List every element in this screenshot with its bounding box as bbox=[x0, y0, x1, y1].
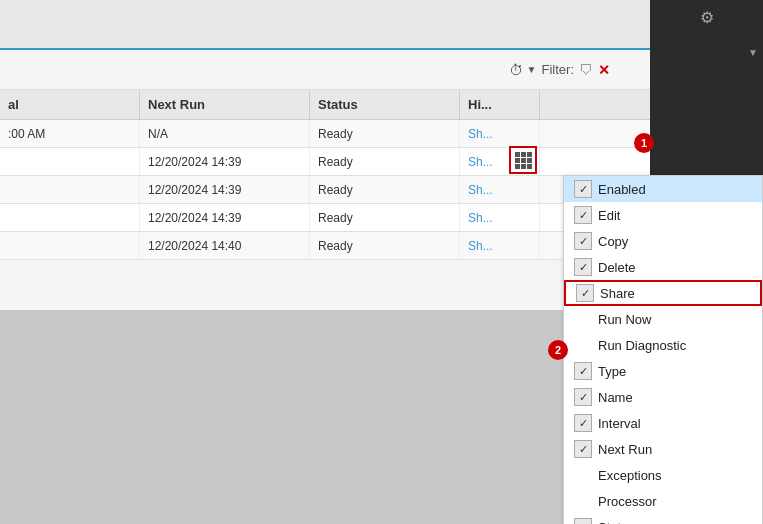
cell-next-4: 12/20/2024 14:40 bbox=[140, 232, 310, 259]
dropdown-arrow-icon: ▼ bbox=[748, 47, 758, 58]
cell-al-1 bbox=[0, 148, 140, 175]
gear-icon[interactable]: ⚙ bbox=[700, 8, 714, 27]
col-header-next-run: Next Run bbox=[140, 90, 310, 119]
cell-status-1: Ready bbox=[310, 148, 460, 175]
table-row: 12/20/2024 14:39 Ready Sh... bbox=[0, 204, 650, 232]
menu-label-type: Type bbox=[598, 364, 626, 379]
cell-next-3: 12/20/2024 14:39 bbox=[140, 204, 310, 231]
menu-check-status bbox=[574, 518, 592, 524]
table-row: :00 AM N/A Ready Sh... bbox=[0, 120, 650, 148]
cell-hist-3[interactable]: Sh... bbox=[460, 204, 540, 231]
menu-item-exceptions[interactable]: Exceptions bbox=[564, 462, 762, 488]
table-header: al Next Run Status Hi... bbox=[0, 90, 650, 120]
menu-label-next-run: Next Run bbox=[598, 442, 652, 457]
menu-item-run-diagnostic[interactable]: Run Diagnostic bbox=[564, 332, 762, 358]
menu-check-next-run bbox=[574, 440, 592, 458]
menu-item-type[interactable]: Type bbox=[564, 358, 762, 384]
cell-hist-0[interactable]: Sh... bbox=[460, 120, 540, 147]
col-header-history: Hi... bbox=[460, 90, 540, 119]
sidebar-dropdown[interactable]: ▼ bbox=[650, 47, 763, 58]
cell-hist-4[interactable]: Sh... bbox=[460, 232, 540, 259]
cell-status-0: Ready bbox=[310, 120, 460, 147]
menu-item-share[interactable]: Share bbox=[564, 280, 762, 306]
menu-check-interval bbox=[574, 414, 592, 432]
menu-label-interval: Interval bbox=[598, 416, 641, 431]
menu-label-run-diagnostic: Run Diagnostic bbox=[598, 338, 686, 353]
col-header-al: al bbox=[0, 90, 140, 119]
grid-icon bbox=[515, 152, 532, 169]
table-row: 12/20/2024 14:39 Ready Sh... bbox=[0, 148, 650, 176]
top-bar bbox=[0, 0, 650, 50]
context-menu: Enabled Edit Copy Delete Share Run Now R… bbox=[563, 175, 763, 524]
menu-check-delete bbox=[574, 258, 592, 276]
menu-check-enabled bbox=[574, 180, 592, 198]
menu-item-delete[interactable]: Delete bbox=[564, 254, 762, 280]
menu-label-edit: Edit bbox=[598, 208, 620, 223]
table-row: 12/20/2024 14:39 Ready Sh... bbox=[0, 176, 650, 204]
main-area: ⏱ ▼ Filter: ⛉ ✕ al Next Run Status Hi...… bbox=[0, 0, 650, 524]
menu-label-copy: Copy bbox=[598, 234, 628, 249]
menu-item-name[interactable]: Name bbox=[564, 384, 762, 410]
menu-check-processor bbox=[574, 492, 592, 510]
menu-label-status: Status bbox=[598, 520, 635, 525]
column-chooser-button[interactable] bbox=[509, 146, 537, 174]
filter-clear-icon[interactable]: ✕ bbox=[598, 62, 610, 78]
cell-status-4: Ready bbox=[310, 232, 460, 259]
schedule-table: al Next Run Status Hi... :00 AM N/A Read… bbox=[0, 90, 650, 260]
menu-label-run-now: Run Now bbox=[598, 312, 651, 327]
menu-label-processor: Processor bbox=[598, 494, 657, 509]
menu-check-name bbox=[574, 388, 592, 406]
menu-label-delete: Delete bbox=[598, 260, 636, 275]
menu-label-share: Share bbox=[600, 286, 635, 301]
filter-icon2: ⛉ bbox=[579, 62, 593, 78]
cell-next-2: 12/20/2024 14:39 bbox=[140, 176, 310, 203]
menu-item-next-run[interactable]: Next Run bbox=[564, 436, 762, 462]
cell-hist-2[interactable]: Sh... bbox=[460, 176, 540, 203]
menu-check-run-diagnostic bbox=[574, 336, 592, 354]
badge-2: 2 bbox=[548, 340, 568, 360]
cell-status-2: Ready bbox=[310, 176, 460, 203]
col-header-status: Status bbox=[310, 90, 460, 119]
menu-check-copy bbox=[574, 232, 592, 250]
menu-check-exceptions bbox=[574, 466, 592, 484]
cell-status-3: Ready bbox=[310, 204, 460, 231]
filter-dropdown-arrow: ▼ bbox=[527, 64, 537, 75]
cell-al-2 bbox=[0, 176, 140, 203]
menu-check-run-now bbox=[574, 310, 592, 328]
cell-al-3 bbox=[0, 204, 140, 231]
filter-label: Filter: bbox=[542, 62, 575, 77]
menu-item-enabled[interactable]: Enabled bbox=[564, 176, 762, 202]
menu-check-share bbox=[576, 284, 594, 302]
filter-bar: ⏱ ▼ Filter: ⛉ ✕ bbox=[0, 50, 650, 90]
clock-icon: ⏱ bbox=[509, 62, 523, 78]
menu-item-edit[interactable]: Edit bbox=[564, 202, 762, 228]
menu-item-copy[interactable]: Copy bbox=[564, 228, 762, 254]
cell-next-1: 12/20/2024 14:39 bbox=[140, 148, 310, 175]
filter-icon-group[interactable]: ⏱ ▼ bbox=[509, 62, 537, 78]
menu-check-edit bbox=[574, 206, 592, 224]
menu-item-processor[interactable]: Processor bbox=[564, 488, 762, 514]
cell-al-4 bbox=[0, 232, 140, 259]
cell-al-0: :00 AM bbox=[0, 120, 140, 147]
menu-label-name: Name bbox=[598, 390, 633, 405]
badge-1: 1 bbox=[634, 133, 654, 153]
menu-item-interval[interactable]: Interval bbox=[564, 410, 762, 436]
menu-label-enabled: Enabled bbox=[598, 182, 646, 197]
menu-item-status[interactable]: Status bbox=[564, 514, 762, 524]
menu-label-exceptions: Exceptions bbox=[598, 468, 662, 483]
menu-check-type bbox=[574, 362, 592, 380]
menu-item-run-now[interactable]: Run Now bbox=[564, 306, 762, 332]
table-row: 12/20/2024 14:40 Ready Sh... bbox=[0, 232, 650, 260]
cell-next-0: N/A bbox=[140, 120, 310, 147]
